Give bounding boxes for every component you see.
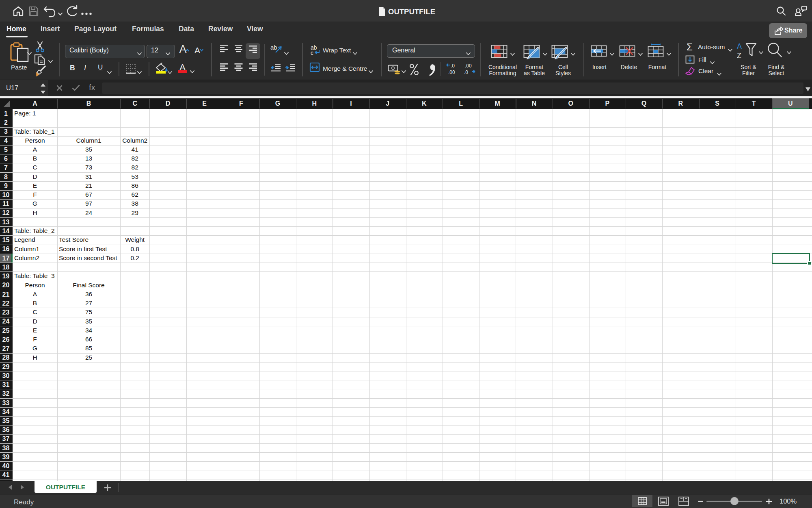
svg-text:.0: .0 <box>451 63 455 69</box>
svg-text:.0: .0 <box>464 69 468 75</box>
svg-text:.00: .00 <box>465 63 472 69</box>
svg-text:.00: .00 <box>448 69 455 75</box>
svg-text:Z: Z <box>737 52 741 60</box>
svg-text:A: A <box>737 42 742 50</box>
svg-text:c: c <box>311 50 313 56</box>
